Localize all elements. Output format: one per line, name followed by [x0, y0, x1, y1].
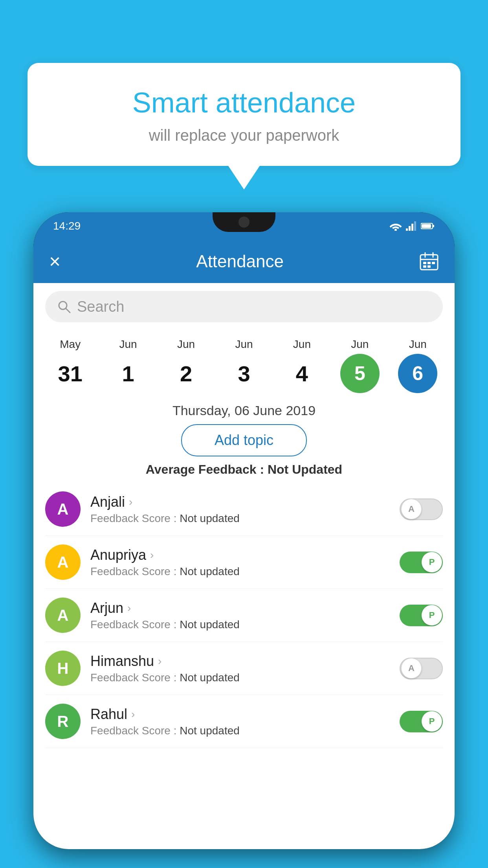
svg-rect-13: [427, 262, 431, 264]
student-avatar: H: [45, 651, 81, 686]
notch-camera: [238, 217, 250, 228]
student-avatar: A: [45, 544, 81, 580]
status-bar: 14:29: [33, 212, 455, 240]
student-name: Anupriya ›: [90, 547, 400, 563]
app-content: Search May31Jun1Jun2Jun3Jun4Jun5Jun6 Thu…: [33, 283, 455, 849]
battery-icon: [421, 222, 435, 230]
search-input-placeholder: Search: [77, 298, 124, 315]
student-avatar: A: [45, 598, 81, 633]
add-topic-button[interactable]: Add topic: [181, 424, 307, 456]
speech-bubble-container: Smart attendance will replace your paper…: [28, 63, 460, 189]
attendance-toggle[interactable]: P: [400, 605, 443, 626]
attendance-toggle[interactable]: P: [400, 711, 443, 732]
selected-date-display: Thursday, 06 June 2019: [33, 403, 455, 418]
notch: [213, 212, 275, 232]
close-button[interactable]: ×: [49, 252, 61, 271]
student-avatar: A: [45, 491, 81, 527]
status-time: 14:29: [53, 220, 81, 232]
student-name: Arjun ›: [90, 600, 400, 616]
student-list: AAnjali ›Feedback Score : Not updatedAAA…: [33, 483, 455, 748]
phone-inner: 14:29: [33, 212, 455, 849]
calendar-day-3[interactable]: Jun3: [220, 338, 268, 393]
calendar-strip: May31Jun1Jun2Jun3Jun4Jun5Jun6: [33, 330, 455, 397]
header-title: Attendance: [196, 252, 284, 271]
calendar-day-5[interactable]: Jun5: [336, 338, 383, 393]
wifi-icon: [389, 221, 402, 231]
svg-rect-7: [422, 224, 431, 228]
student-feedback: Feedback Score : Not updated: [90, 671, 400, 684]
calendar-day-6[interactable]: Jun6: [394, 338, 441, 393]
student-item[interactable]: AAnupriya ›Feedback Score : Not updatedP: [45, 536, 443, 589]
calendar-day-1[interactable]: Jun1: [105, 338, 152, 393]
attendance-toggle[interactable]: A: [400, 498, 443, 520]
calendar-day-4[interactable]: Jun4: [278, 338, 325, 393]
student-name: Rahul ›: [90, 706, 400, 723]
add-topic-container: Add topic: [33, 424, 455, 456]
calendar-day-2[interactable]: Jun2: [163, 338, 210, 393]
attendance-toggle[interactable]: P: [400, 552, 443, 573]
student-feedback: Feedback Score : Not updated: [90, 512, 400, 525]
app-screen: Search May31Jun1Jun2Jun3Jun4Jun5Jun6 Thu…: [33, 283, 455, 849]
student-item[interactable]: HHimanshu ›Feedback Score : Not updatedA: [45, 642, 443, 695]
search-icon: [57, 300, 71, 314]
speech-bubble-tail: [228, 166, 260, 189]
phone-frame: 14:29: [33, 212, 455, 849]
speech-bubble: Smart attendance will replace your paper…: [28, 63, 460, 166]
speech-bubble-title: Smart attendance: [51, 86, 437, 119]
svg-rect-15: [423, 265, 426, 268]
student-avatar: R: [45, 704, 81, 739]
student-name: Himanshu ›: [90, 653, 400, 669]
search-bar[interactable]: Search: [45, 291, 443, 322]
attendance-toggle[interactable]: A: [400, 658, 443, 679]
student-name: Anjali ›: [90, 494, 400, 510]
svg-rect-6: [433, 225, 434, 227]
status-icons: [389, 221, 435, 231]
svg-rect-4: [414, 221, 416, 231]
app-header: × Attendance: [33, 240, 455, 283]
student-item[interactable]: AArjun ›Feedback Score : Not updatedP: [45, 589, 443, 642]
average-feedback: Average Feedback : Not Updated: [33, 462, 455, 477]
svg-rect-12: [423, 262, 426, 264]
speech-bubble-subtitle: will replace your paperwork: [51, 127, 437, 144]
calendar-day-0[interactable]: May31: [47, 338, 94, 393]
student-item[interactable]: AAnjali ›Feedback Score : Not updatedA: [45, 483, 443, 536]
svg-rect-2: [409, 226, 411, 231]
svg-rect-1: [406, 228, 408, 231]
student-feedback: Feedback Score : Not updated: [90, 618, 400, 631]
svg-rect-3: [411, 224, 413, 231]
svg-rect-16: [427, 265, 431, 268]
avg-feedback-value: Not Updated: [268, 462, 342, 476]
student-feedback: Feedback Score : Not updated: [90, 725, 400, 737]
calendar-icon[interactable]: [419, 252, 439, 271]
svg-rect-14: [432, 262, 435, 264]
signal-icon: [406, 221, 417, 231]
svg-line-18: [66, 309, 70, 313]
student-item[interactable]: RRahul ›Feedback Score : Not updatedP: [45, 695, 443, 748]
svg-point-0: [394, 229, 397, 231]
student-feedback: Feedback Score : Not updated: [90, 565, 400, 578]
avg-feedback-label: Average Feedback :: [146, 462, 264, 476]
